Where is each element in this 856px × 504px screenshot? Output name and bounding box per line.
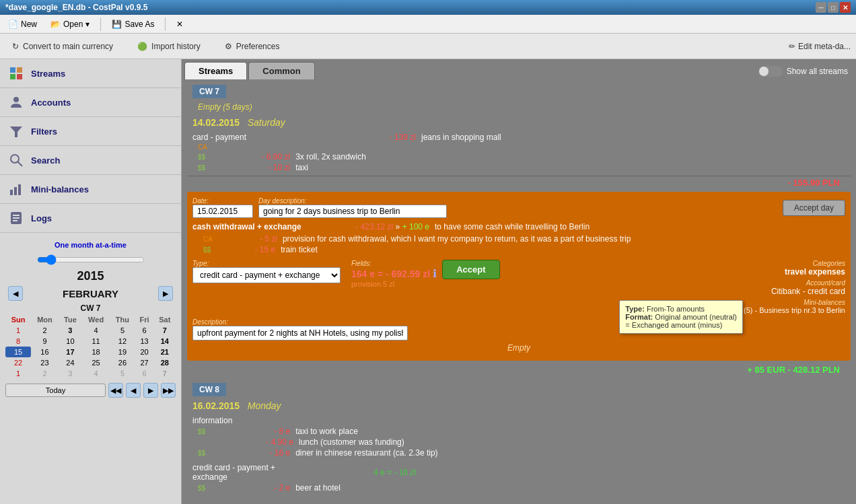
- calendar-day[interactable]: 27: [135, 357, 154, 368]
- sub-desc-ss2: taxi: [295, 163, 308, 172]
- calendar-day[interactable]: 4: [82, 325, 110, 336]
- tabs-bar: Streams Common Show all streams: [182, 59, 856, 79]
- sidebar-item-logs[interactable]: Logs: [0, 204, 181, 233]
- calendar-day[interactable]: 14: [154, 336, 176, 347]
- calendar-day[interactable]: 4: [82, 368, 110, 379]
- cw7-header: CW 7: [192, 85, 226, 98]
- sub-tag-ca: CA: [198, 143, 207, 151]
- calendar-day[interactable]: 16: [31, 347, 59, 357]
- show-all-streams-toggle[interactable]: Show all streams: [753, 63, 853, 79]
- prev-week-button[interactable]: ◀: [126, 383, 141, 398]
- sidebar-item-filters[interactable]: Filters: [0, 117, 181, 146]
- edit-description-input[interactable]: [192, 326, 408, 340]
- edit-type-select[interactable]: credit card - payment + exchange: [192, 267, 341, 283]
- calendar-day[interactable]: 13: [135, 336, 154, 347]
- svg-rect-3: [17, 74, 22, 79]
- provision-label: provision 5 zl: [351, 280, 437, 288]
- calendar-day[interactable]: 24: [59, 357, 82, 368]
- calendar-day[interactable]: 25: [82, 357, 110, 368]
- close-button[interactable]: ✕: [840, 2, 851, 13]
- sidebar-item-streams[interactable]: Streams: [0, 59, 181, 88]
- show-all-streams-label: Show all streams: [787, 67, 848, 76]
- calendar-day[interactable]: 28: [154, 357, 176, 368]
- calendar-day[interactable]: 21: [154, 347, 176, 357]
- new-icon: 📄: [8, 20, 18, 29]
- convert-currency-button[interactable]: ↻ Convert to main currency: [5, 39, 120, 54]
- calendar-day[interactable]: 5: [110, 325, 135, 336]
- menu-close[interactable]: ✕: [171, 17, 188, 31]
- calendar-day[interactable]: 3: [59, 368, 82, 379]
- tab-common[interactable]: Common: [248, 62, 314, 79]
- month-range-slider[interactable]: [37, 254, 145, 265]
- sidebar-item-search[interactable]: Search: [0, 146, 181, 175]
- edit-trans-amounts: - 423.12 zl » + 100 e: [327, 222, 435, 231]
- one-month-label: One month at-a-time: [5, 238, 176, 252]
- accept-green-button[interactable]: Accept: [442, 260, 499, 279]
- calendar-day[interactable]: 1: [5, 368, 31, 379]
- calendar-day[interactable]: 7: [154, 368, 176, 379]
- last-week-button[interactable]: ▶▶: [161, 383, 176, 398]
- edit-type-group: Type: credit card - payment + exchange: [192, 260, 341, 283]
- preferences-button[interactable]: ⚙ Preferences: [218, 39, 287, 54]
- calendar-day[interactable]: 19: [110, 347, 135, 357]
- import-history-button[interactable]: 🟢 Import history: [131, 39, 207, 54]
- calendar-day[interactable]: 2: [31, 325, 59, 336]
- calendar-day[interactable]: 6: [135, 325, 154, 336]
- calendar-day[interactable]: 9: [31, 336, 59, 347]
- calendar-day[interactable]: 22: [5, 357, 31, 368]
- calendar-day[interactable]: 2: [31, 368, 59, 379]
- edit-meta-button[interactable]: ✏ Edit meta-da...: [789, 42, 851, 51]
- calendar-day[interactable]: 7: [154, 325, 176, 336]
- cw8-section: CW 8: [182, 377, 856, 398]
- tab-streams[interactable]: Streams: [184, 62, 247, 79]
- calendar-day[interactable]: 26: [110, 357, 135, 368]
- calendar-day[interactable]: 6: [135, 368, 154, 379]
- sub-amount-ss1: - 6.90 zl: [208, 152, 295, 161]
- next-week-button[interactable]: ▶: [143, 383, 158, 398]
- calendar-day[interactable]: 23: [31, 357, 59, 368]
- calendar-day[interactable]: 8: [5, 336, 31, 347]
- edit-date-input[interactable]: [192, 205, 253, 218]
- trans-type-info: information: [192, 416, 327, 425]
- maximize-button[interactable]: □: [828, 2, 839, 13]
- edit-fields-group: Fields: 164 e = - 692.59 zl ℹ provision …: [351, 260, 437, 288]
- menu-new[interactable]: 📄 New: [3, 17, 42, 31]
- menu-bar: 📄 New 📂 Open ▾ 💾 Save As ✕: [0, 15, 856, 34]
- tooltip-box: Type: From-To amounts Format: Original a…: [619, 300, 743, 334]
- calendar-day[interactable]: 10: [59, 336, 82, 347]
- calendar-day[interactable]: 11: [82, 336, 110, 347]
- calendar-day[interactable]: 3: [59, 325, 82, 336]
- cw8-header: CW 8: [192, 383, 226, 396]
- sub-tag-ss1: $$: [198, 153, 205, 161]
- calendar-day[interactable]: 17: [59, 347, 82, 357]
- toggle-switch[interactable]: [758, 66, 783, 77]
- date-16-02: 16.02.2015 Monday: [182, 398, 856, 412]
- edit-desc-group: Day description:: [258, 197, 447, 218]
- title-bar: *dave_google_EN.db - CostPal v0.9.5 ─ □ …: [0, 0, 856, 15]
- edit-day-desc-input[interactable]: [258, 205, 447, 218]
- minimize-button[interactable]: ─: [816, 2, 826, 13]
- edit-sub-tag-ca: CA: [203, 236, 213, 243]
- calendar-day[interactable]: 1: [5, 325, 31, 336]
- prev-month-button[interactable]: ◀: [8, 286, 23, 301]
- sub-desc-info3: diner in chinese restaurant (ca. 2.3e ti…: [295, 448, 437, 458]
- next-month-button[interactable]: ▶: [158, 286, 173, 301]
- menu-save-as[interactable]: 💾 Save As: [106, 17, 159, 31]
- menu-separator-2: [165, 17, 166, 31]
- accept-day-button[interactable]: Accept day: [783, 200, 845, 216]
- trans-row-card: card - payment - 139 zl jeans in shoppin…: [192, 132, 845, 143]
- today-button[interactable]: Today: [5, 384, 106, 397]
- first-week-button[interactable]: ◀◀: [108, 383, 123, 398]
- calendar-day[interactable]: 5: [110, 368, 135, 379]
- info-icon[interactable]: ℹ: [433, 267, 437, 280]
- calendar-day[interactable]: 18: [82, 347, 110, 357]
- edit-account-value: Citibank - credit card: [655, 287, 845, 296]
- calendar-day[interactable]: 20: [135, 347, 154, 357]
- sidebar-item-accounts[interactable]: Accounts: [0, 88, 181, 117]
- toolbar: ↻ Convert to main currency 🟢 Import hist…: [0, 34, 856, 59]
- calendar-day[interactable]: 15: [5, 347, 31, 357]
- sidebar-item-mini-balances[interactable]: Mini-balances: [0, 175, 181, 204]
- menu-open[interactable]: 📂 Open ▾: [45, 17, 95, 31]
- calendar-day[interactable]: 12: [110, 336, 135, 347]
- edit-sub-ca: CA - 5 zl provision for cash withdrawal,…: [203, 234, 845, 244]
